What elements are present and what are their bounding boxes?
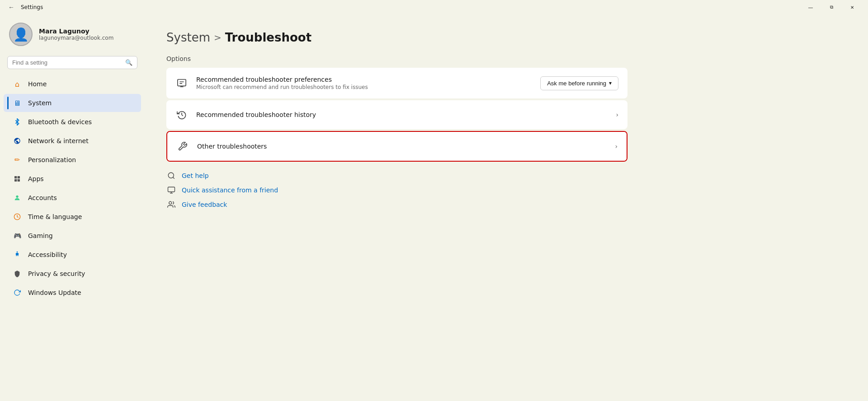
app-body: 👤 Mara Lagunoy lagunoymara@outlook.com 🔍… [0,14,868,401]
svg-line-9 [173,177,174,178]
other-troubleshooters-action: › [615,143,618,150]
titlebar: ← Settings — ⧉ ✕ [0,0,868,14]
search-box[interactable]: 🔍 [7,56,137,69]
minimize-button[interactable]: — [800,0,821,14]
give-feedback-link[interactable]: Give feedback [166,200,846,210]
back-button[interactable]: ← [5,3,17,12]
breadcrumb-current: Troubleshoot [225,31,311,44]
sidebar-item-label-accounts: Accounts [28,194,57,201]
privacy-icon [13,269,22,278]
svg-rect-10 [168,187,175,192]
troubleshooter-prefs-icon [175,77,188,89]
sidebar-item-accounts[interactable]: Accounts [4,189,141,207]
recommended-prefs-action: Ask me before running ▾ [540,76,618,90]
update-icon [13,288,22,297]
personalization-icon: ✏️ [13,155,22,164]
help-links: Get help Quick assistance from a friend [166,171,846,210]
sidebar-item-update[interactable]: Windows Update [4,284,141,302]
restore-button[interactable]: ⧉ [821,0,842,14]
svg-point-4 [16,196,18,198]
dropdown-label: Ask me before running [547,80,606,87]
svg-rect-7 [178,79,186,86]
breadcrumb-separator: > [214,32,222,43]
sidebar-item-label-accessibility: Accessibility [28,251,67,258]
chevron-down-icon: ▾ [609,80,612,86]
network-icon [13,136,22,145]
home-icon: ⌂ [13,79,22,89]
sidebar-item-privacy[interactable]: Privacy & security [4,265,141,283]
sidebar-item-bluetooth[interactable]: Bluetooth & devices [4,113,141,131]
wrench-icon [176,140,189,153]
breadcrumb: System > Troubleshoot [166,31,846,44]
recommended-history-item[interactable]: Recommended troubleshooter history › [166,100,627,129]
titlebar-title: Settings [21,4,43,10]
accessibility-icon [13,250,22,259]
sidebar-item-network[interactable]: Network & internet [4,132,141,150]
recommended-history-title: Recommended troubleshooter history [196,111,608,118]
apps-icon [13,174,22,183]
sidebar-item-label-gaming: Gaming [28,232,53,239]
sidebar-item-label-privacy: Privacy & security [28,270,85,277]
sidebar-item-label-update: Windows Update [28,289,81,296]
user-email: lagunoymara@outlook.com [39,35,113,41]
sidebar-item-label-personalization: Personalization [28,156,76,163]
titlebar-left: ← Settings [5,3,43,12]
history-icon [175,108,188,121]
main-content: System > Troubleshoot Options Recommende… [145,14,868,401]
avatar-icon: 👤 [13,27,29,42]
breadcrumb-system: System [166,31,210,44]
sidebar-item-personalization[interactable]: ✏️ Personalization [4,151,141,169]
recommended-prefs-subtitle: Microsoft can recommend and run troubles… [196,84,532,90]
sidebar-item-system[interactable]: 🖥 System [4,94,141,112]
quick-assistance-icon [166,185,176,195]
close-button[interactable]: ✕ [842,0,863,14]
search-icon: 🔍 [125,59,132,66]
recommended-prefs-item[interactable]: Recommended troubleshooter preferences M… [166,68,627,98]
accounts-icon [13,193,22,202]
sidebar-item-home[interactable]: ⌂ Home [4,75,141,93]
user-name: Mara Lagunoy [39,28,113,35]
svg-rect-2 [14,179,17,182]
other-troubleshooters-card: Other troubleshooters › [166,131,627,162]
svg-rect-3 [18,179,20,182]
svg-point-6 [17,252,18,253]
time-icon [13,212,22,221]
svg-point-13 [169,201,172,204]
bluetooth-icon [13,117,22,126]
give-feedback-label: Give feedback [182,201,227,208]
sidebar: 👤 Mara Lagunoy lagunoymara@outlook.com 🔍… [0,14,145,401]
recommended-history-text: Recommended troubleshooter history [196,111,608,118]
recommended-history-action: › [616,111,618,118]
svg-point-8 [168,173,174,178]
recommended-prefs-text: Recommended troubleshooter preferences M… [196,76,532,90]
sidebar-item-accessibility[interactable]: Accessibility [4,246,141,264]
recommended-prefs-card: Recommended troubleshooter preferences M… [166,68,627,98]
recommended-history-card: Recommended troubleshooter history › [166,100,627,129]
search-input[interactable] [12,59,122,66]
other-troubleshooters-item[interactable]: Other troubleshooters › [167,132,627,161]
sidebar-item-label-home: Home [28,80,47,88]
get-help-label: Get help [182,172,209,179]
user-info: Mara Lagunoy lagunoymara@outlook.com [39,28,113,41]
recommended-prefs-title: Recommended troubleshooter preferences [196,76,532,83]
chevron-right-icon: › [616,111,618,118]
get-help-icon [166,171,176,181]
user-section: 👤 Mara Lagunoy lagunoymara@outlook.com [0,14,145,54]
get-help-link[interactable]: Get help [166,171,846,181]
chevron-right-other-icon: › [615,143,618,150]
sidebar-item-label-system: System [28,99,52,107]
ask-before-running-dropdown[interactable]: Ask me before running ▾ [540,76,618,90]
quick-assistance-label: Quick assistance from a friend [182,187,278,194]
quick-assistance-link[interactable]: Quick assistance from a friend [166,185,846,195]
system-icon: 🖥 [13,98,22,107]
sidebar-item-label-apps: Apps [28,175,44,182]
sidebar-item-label-time: Time & language [28,213,82,220]
gaming-icon: 🎮 [13,231,22,240]
give-feedback-icon [166,200,176,210]
svg-rect-1 [18,176,20,178]
sidebar-item-time[interactable]: Time & language [4,208,141,226]
sidebar-item-apps[interactable]: Apps [4,170,141,188]
titlebar-controls: — ⧉ ✕ [800,0,863,14]
sidebar-item-gaming[interactable]: 🎮 Gaming [4,227,141,245]
avatar: 👤 [9,23,33,46]
